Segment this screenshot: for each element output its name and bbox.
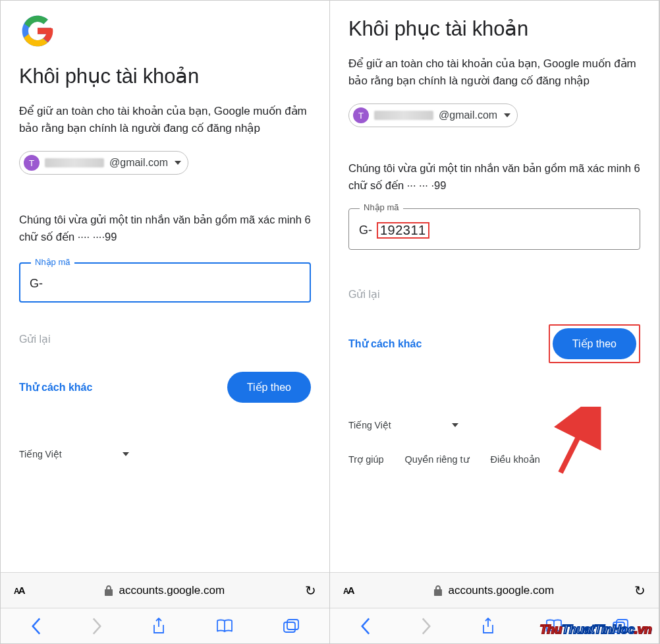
chevron-down-icon <box>175 161 181 165</box>
code-label: Nhập mã <box>360 202 403 212</box>
action-row: Thử cách khác Tiếp theo <box>348 324 640 363</box>
back-icon[interactable] <box>360 618 371 635</box>
left-pane: Khôi phục tài khoản Để giữ an toàn cho t… <box>1 1 330 643</box>
url-display[interactable]: accounts.google.com <box>104 584 225 597</box>
resend-link[interactable]: Gửi lại <box>348 288 640 301</box>
lock-icon <box>433 585 443 596</box>
reload-icon[interactable]: ↻ <box>305 583 316 599</box>
chevron-down-icon <box>452 423 458 427</box>
code-prefix: G- <box>30 277 43 291</box>
account-chip[interactable]: T @gmail.com <box>19 151 188 175</box>
account-chip[interactable]: T @gmail.com <box>348 103 518 127</box>
lock-icon <box>104 585 113 596</box>
code-input-wrapper[interactable]: Nhập mã G- <box>19 262 311 303</box>
sms-sent-text: Chúng tôi vừa gửi một tin nhắn văn bản g… <box>19 212 311 245</box>
language-label: Tiếng Việt <box>19 449 62 459</box>
chevron-down-icon <box>504 113 510 117</box>
avatar: T <box>24 155 40 171</box>
svg-rect-0 <box>284 622 295 632</box>
safari-address-bar: AA accounts.google.com ↻ <box>330 572 659 608</box>
code-prefix: G- <box>359 223 372 237</box>
svg-rect-3 <box>617 620 628 629</box>
share-icon[interactable] <box>151 618 166 635</box>
google-logo-icon <box>19 13 56 49</box>
screenshot-pair: Khôi phục tài khoản Để giữ an toàn cho t… <box>0 0 660 644</box>
text-size-icon[interactable]: AA <box>343 585 354 596</box>
forward-icon <box>420 618 432 635</box>
url-display[interactable]: accounts.google.com <box>433 584 554 597</box>
reload-icon[interactable]: ↻ <box>634 583 646 599</box>
text-size-icon[interactable]: AA <box>14 585 24 596</box>
left-content: Khôi phục tài khoản Để giữ an toàn cho t… <box>1 1 329 572</box>
highlight-annotation: Tiếp theo <box>549 324 640 363</box>
code-label: Nhập mã <box>31 257 74 267</box>
page-title: Khôi phục tài khoản <box>19 64 311 88</box>
email-masked <box>374 111 433 120</box>
tabs-icon[interactable] <box>612 618 629 634</box>
safari-bottom-bar <box>330 608 659 643</box>
svg-rect-1 <box>287 620 298 629</box>
avatar: T <box>353 107 369 123</box>
right-content: Khôi phục tài khoản Để giữ an toàn cho t… <box>330 1 659 572</box>
right-pane: Khôi phục tài khoản Để giữ an toàn cho t… <box>330 1 659 643</box>
chevron-down-icon <box>123 452 129 456</box>
email-masked <box>45 158 104 167</box>
privacy-link[interactable]: Quyền riêng tư <box>405 454 470 465</box>
email-suffix: @gmail.com <box>109 157 168 169</box>
sms-sent-text: Chúng tôi vừa gửi một tin nhắn văn bản g… <box>348 160 640 194</box>
safari-address-bar: AA accounts.google.com ↻ <box>1 572 329 608</box>
forward-icon <box>91 618 103 635</box>
url-host: accounts.google.com <box>119 584 225 597</box>
bookmarks-icon[interactable] <box>215 619 234 633</box>
language-selector[interactable]: Tiếng Việt <box>348 420 640 430</box>
url-host: accounts.google.com <box>448 584 554 597</box>
back-icon[interactable] <box>30 618 42 635</box>
tabs-icon[interactable] <box>283 618 300 634</box>
bookmarks-icon[interactable] <box>545 619 563 633</box>
terms-link[interactable]: Điều khoản <box>491 454 540 465</box>
code-value[interactable]: 192311 <box>377 223 429 238</box>
help-link[interactable]: Trợ giúp <box>348 454 384 465</box>
resend-link[interactable]: Gửi lại <box>19 333 311 345</box>
footer-links: Trợ giúp Quyền riêng tư Điều khoản <box>348 454 640 465</box>
arrow-annotation-icon <box>547 407 607 479</box>
page-subtitle: Để giữ an toàn cho tài khoản của bạn, Go… <box>19 103 311 136</box>
svg-rect-2 <box>613 622 624 632</box>
safari-bottom-bar <box>1 608 329 643</box>
language-selector[interactable]: Tiếng Việt <box>19 449 311 459</box>
language-label: Tiếng Việt <box>348 420 391 430</box>
action-row: Thử cách khác Tiếp theo <box>19 372 311 403</box>
next-button[interactable]: Tiếp theo <box>553 328 636 359</box>
email-suffix: @gmail.com <box>439 109 497 121</box>
page-title: Khôi phục tài khoản <box>348 16 640 41</box>
try-other-button[interactable]: Thử cách khác <box>348 337 422 350</box>
code-input-wrapper[interactable]: Nhập mã G- 192311 <box>348 208 640 250</box>
page-subtitle: Để giữ an toàn cho tài khoản của bạn, Go… <box>348 55 640 89</box>
share-icon[interactable] <box>481 618 495 635</box>
next-button[interactable]: Tiếp theo <box>227 372 311 403</box>
try-other-button[interactable]: Thử cách khác <box>19 381 92 394</box>
